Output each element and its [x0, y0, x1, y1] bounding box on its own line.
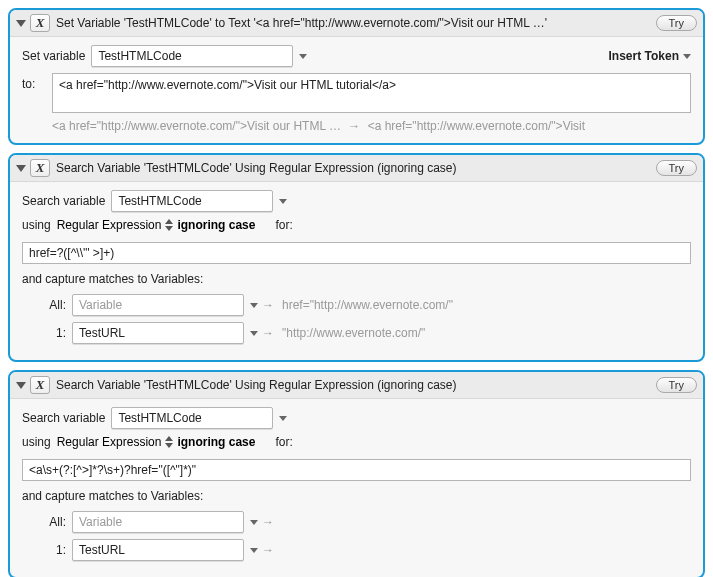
search-mode-value: Regular Expression: [57, 218, 162, 232]
capture-all-placeholder: Variable: [79, 298, 239, 312]
variable-select[interactable]: TestHTMLCode: [111, 190, 273, 212]
ignoring-case-label[interactable]: ignoring case: [177, 435, 255, 449]
variable-select[interactable]: TestHTMLCode: [91, 45, 293, 67]
action-header[interactable]: X Search Variable 'TestHTMLCode' Using R…: [10, 155, 703, 182]
action-search-variable-2: X Search Variable 'TestHTMLCode' Using R…: [8, 370, 705, 577]
try-button[interactable]: Try: [656, 15, 697, 31]
capture-all-label: All:: [22, 298, 72, 312]
chevron-down-icon[interactable]: [250, 331, 258, 336]
capture-all-placeholder: Variable: [79, 515, 239, 529]
arrow-icon: →: [348, 119, 360, 133]
try-button[interactable]: Try: [656, 377, 697, 393]
mode-stepper[interactable]: [165, 436, 173, 448]
preview-line: <a href="http://www.evernote.com/">Visit…: [22, 119, 691, 133]
action-search-variable-1: X Search Variable 'TestHTMLCode' Using R…: [8, 153, 705, 362]
action-header[interactable]: X Set Variable 'TestHTMLCode' to Text '<…: [10, 10, 703, 37]
arrow-icon: →: [262, 298, 274, 312]
preview-after: <a href="http://www.evernote.com/">Visit: [368, 119, 585, 133]
mode-stepper[interactable]: [165, 219, 173, 231]
capture-heading: and capture matches to Variables:: [22, 489, 685, 503]
insert-token-label: Insert Token: [609, 49, 679, 63]
chevron-down-icon[interactable]: [279, 199, 287, 204]
capture-all-select[interactable]: Variable: [72, 294, 244, 316]
arrow-icon: →: [262, 515, 274, 529]
chevron-down-icon[interactable]: [250, 548, 258, 553]
chevron-down-icon: [165, 443, 173, 448]
action-header[interactable]: X Search Variable 'TestHTMLCode' Using R…: [10, 372, 703, 399]
capture-1-preview: "http://www.evernote.com/": [282, 326, 425, 340]
capture-heading: and capture matches to Variables:: [22, 272, 685, 286]
action-variable-icon: X: [30, 14, 50, 32]
chevron-down-icon[interactable]: [250, 520, 258, 525]
preview-before: <a href="http://www.evernote.com/">Visit…: [52, 119, 341, 133]
chevron-up-icon: [165, 219, 173, 224]
action-set-variable: X Set Variable 'TestHTMLCode' to Text '<…: [8, 8, 705, 145]
chevron-down-icon[interactable]: [279, 416, 287, 421]
variable-select[interactable]: TestHTMLCode: [111, 407, 273, 429]
capture-all-preview: href="http://www.evernote.com/": [282, 298, 453, 312]
capture-1-value: TestURL: [79, 543, 239, 557]
action-title: Search Variable 'TestHTMLCode' Using Reg…: [56, 161, 650, 175]
chevron-down-icon[interactable]: [250, 303, 258, 308]
for-label: for:: [275, 218, 292, 232]
search-variable-label: Search variable: [22, 411, 105, 425]
variable-select-value: TestHTMLCode: [98, 49, 288, 63]
arrow-icon: →: [262, 543, 274, 557]
disclosure-triangle-icon[interactable]: [16, 20, 26, 27]
disclosure-triangle-icon[interactable]: [16, 165, 26, 172]
chevron-down-icon: [165, 226, 173, 231]
set-variable-label: Set variable: [22, 49, 85, 63]
action-variable-icon: X: [30, 159, 50, 177]
using-label: using: [22, 435, 51, 449]
capture-all-select[interactable]: Variable: [72, 511, 244, 533]
regex-input[interactable]: [22, 459, 691, 481]
action-title: Search Variable 'TestHTMLCode' Using Reg…: [56, 378, 650, 392]
action-title: Set Variable 'TestHTMLCode' to Text '<a …: [56, 16, 650, 30]
for-label: for:: [275, 435, 292, 449]
capture-1-label: 1:: [22, 543, 72, 557]
variable-select-value: TestHTMLCode: [118, 411, 268, 425]
action-variable-icon: X: [30, 376, 50, 394]
search-variable-label: Search variable: [22, 194, 105, 208]
capture-1-select[interactable]: TestURL: [72, 322, 244, 344]
arrow-icon: →: [262, 326, 274, 340]
to-label: to:: [22, 73, 52, 91]
disclosure-triangle-icon[interactable]: [16, 382, 26, 389]
regex-input[interactable]: [22, 242, 691, 264]
chevron-down-icon: [683, 54, 691, 59]
capture-1-label: 1:: [22, 326, 72, 340]
variable-select-value: TestHTMLCode: [118, 194, 268, 208]
chevron-up-icon: [165, 436, 173, 441]
try-button[interactable]: Try: [656, 160, 697, 176]
capture-1-value: TestURL: [79, 326, 239, 340]
search-mode-value: Regular Expression: [57, 435, 162, 449]
using-label: using: [22, 218, 51, 232]
insert-token-button[interactable]: Insert Token: [609, 49, 691, 63]
capture-1-select[interactable]: TestURL: [72, 539, 244, 561]
chevron-down-icon[interactable]: [299, 54, 307, 59]
capture-all-label: All:: [22, 515, 72, 529]
ignoring-case-label[interactable]: ignoring case: [177, 218, 255, 232]
value-textarea[interactable]: [52, 73, 691, 113]
